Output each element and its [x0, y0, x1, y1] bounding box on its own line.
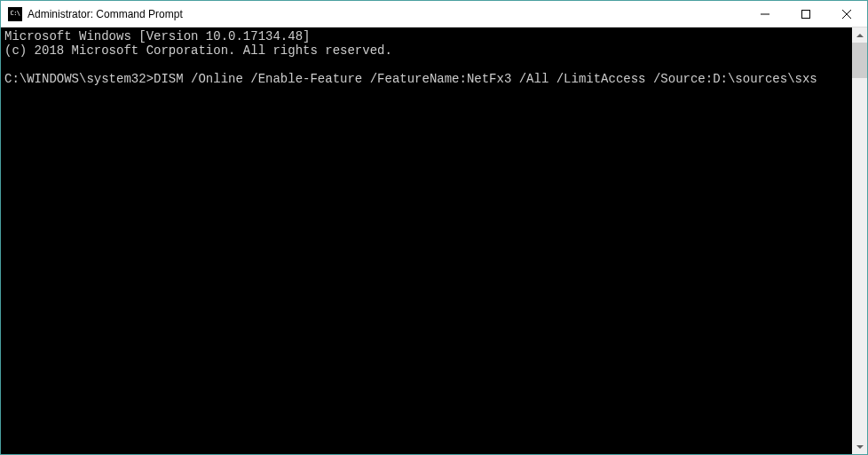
terminal-output[interactable]: Microsoft Windows [Version 10.0.17134.48…: [1, 27, 852, 454]
maximize-button[interactable]: [785, 1, 826, 27]
minimize-icon: [761, 10, 769, 19]
titlebar[interactable]: C:\ Administrator: Command Prompt: [1, 1, 867, 27]
svg-marker-4: [856, 34, 864, 37]
window-controls: [745, 1, 867, 27]
command-prompt-window: C:\ Administrator: Command Prompt Micros…: [0, 0, 868, 455]
svg-rect-1: [802, 10, 810, 18]
scroll-track[interactable]: [852, 43, 867, 439]
chevron-down-icon: [856, 445, 864, 449]
content-area: Microsoft Windows [Version 10.0.17134.48…: [1, 27, 867, 454]
scroll-thumb[interactable]: [852, 43, 867, 78]
prompt-line: C:\WINDOWS\system32>DISM /Online /Enable…: [4, 72, 817, 86]
close-icon: [842, 10, 851, 19]
maximize-icon: [801, 10, 810, 19]
close-button[interactable]: [826, 1, 867, 27]
minimize-button[interactable]: [745, 1, 785, 27]
vertical-scrollbar[interactable]: [852, 27, 867, 454]
scroll-down-button[interactable]: [852, 439, 867, 454]
scroll-up-button[interactable]: [852, 27, 867, 43]
app-icon: C:\: [8, 7, 22, 21]
chevron-up-icon: [856, 34, 864, 37]
window-title: Administrator: Command Prompt: [28, 8, 183, 20]
command-text: DISM /Online /Enable-Feature /FeatureNam…: [154, 72, 817, 86]
copyright-line: (c) 2018 Microsoft Corporation. All righ…: [4, 43, 392, 58]
svg-marker-5: [856, 445, 864, 449]
version-line: Microsoft Windows [Version 10.0.17134.48…: [4, 29, 310, 43]
prompt-path: C:\WINDOWS\system32>: [4, 72, 154, 86]
app-icon-text: C:\: [10, 11, 20, 17]
